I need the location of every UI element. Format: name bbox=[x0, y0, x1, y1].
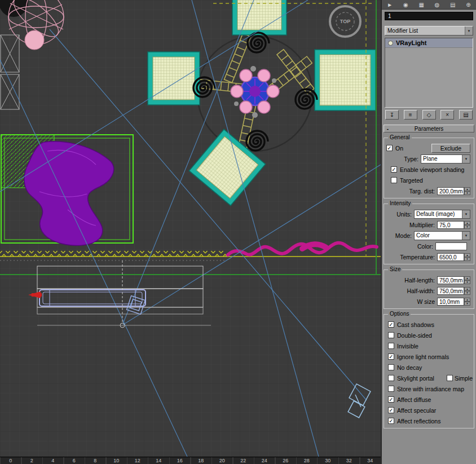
panel-tab-icon[interactable]: ◉ bbox=[403, 2, 408, 8]
spinner-down-icon[interactable]: ▼ bbox=[464, 257, 470, 261]
w-size-input[interactable]: 10,0mm bbox=[437, 298, 464, 306]
viewport-scene[interactable]: TOP bbox=[0, 0, 381, 457]
mode-value: Color bbox=[415, 232, 462, 240]
half-width-spinner[interactable]: ▲▼ bbox=[464, 287, 470, 295]
chair-left[interactable] bbox=[148, 52, 200, 105]
chevron-down-icon[interactable]: ▼ bbox=[462, 210, 470, 218]
no-decay-label: No decay bbox=[397, 364, 422, 371]
object-name-value: 1 bbox=[388, 13, 391, 19]
mode-dropdown[interactable]: Color ▼ bbox=[414, 231, 470, 240]
spinner-down-icon[interactable]: ▼ bbox=[464, 280, 470, 284]
w-size-spinner[interactable]: ▲▼ bbox=[464, 298, 470, 306]
units-value: Default (image) bbox=[415, 210, 462, 218]
timeline-tick: 2 bbox=[21, 457, 43, 464]
half-width-input[interactable]: 750,0mm bbox=[437, 287, 464, 295]
pink-sphere[interactable] bbox=[25, 30, 44, 50]
chevron-down-icon[interactable]: ▼ bbox=[465, 26, 473, 35]
spinner-up-icon[interactable]: ▲ bbox=[464, 221, 470, 225]
targ-dist-spinner[interactable]: ▲▼ bbox=[464, 187, 470, 195]
half-width-row: Half-width: 750,0mm ▲▼ bbox=[385, 285, 473, 296]
double-sided-row: Double-sided bbox=[385, 330, 473, 341]
affect-diffuse-checkbox[interactable]: ✓ bbox=[388, 396, 394, 403]
targ-dist-input[interactable]: 200,0mm bbox=[437, 187, 464, 195]
top-viewport[interactable]: TOP bbox=[0, 0, 381, 457]
show-end-result-icon[interactable]: ≡ bbox=[404, 110, 417, 120]
temperature-spinner[interactable]: ▲▼ bbox=[464, 253, 470, 261]
half-length-row: Half-length: 750,0mm ▲▼ bbox=[385, 275, 473, 285]
half-length-spinner[interactable]: ▲▼ bbox=[464, 276, 470, 284]
modifier-stack-item-vraylight[interactable]: VRayLight bbox=[385, 38, 473, 48]
type-dropdown[interactable]: Plane ▼ bbox=[421, 154, 470, 163]
timeline-tick: 18 bbox=[191, 457, 212, 464]
ignore-light-normals-row: ✓ Ignore light normals bbox=[385, 351, 473, 362]
enable-viewport-shading-checkbox[interactable]: ✓ bbox=[391, 166, 397, 173]
spinner-up-icon[interactable]: ▲ bbox=[464, 298, 470, 302]
pin-stack-icon[interactable]: ↧ bbox=[385, 110, 399, 120]
spinner-down-icon[interactable]: ▼ bbox=[464, 291, 470, 295]
multiplier-input[interactable]: 75,0 bbox=[437, 221, 464, 229]
modifier-stack[interactable]: VRayLight bbox=[385, 38, 473, 108]
ignore-light-normals-checkbox[interactable]: ✓ bbox=[388, 353, 394, 360]
w-size-label: W size bbox=[386, 298, 437, 305]
chevron-down-icon[interactable]: ▼ bbox=[462, 155, 470, 163]
timeline-tick: 22 bbox=[233, 457, 254, 464]
skylight-portal-checkbox[interactable] bbox=[388, 375, 394, 381]
targeted-label: Targeted bbox=[400, 177, 423, 184]
check-icon: ✓ bbox=[389, 418, 393, 424]
modifier-enable-icon[interactable] bbox=[388, 41, 393, 46]
simple-checkbox[interactable] bbox=[447, 375, 453, 381]
units-label: Units: bbox=[386, 211, 414, 218]
object-name-field[interactable]: 1 bbox=[385, 12, 473, 20]
chair-top[interactable] bbox=[232, 0, 287, 35]
units-dropdown[interactable]: Default (image) ▼ bbox=[414, 210, 470, 219]
make-unique-icon[interactable]: ◇ bbox=[422, 110, 436, 120]
chair-right[interactable] bbox=[315, 50, 376, 111]
chevron-down-icon[interactable]: ▼ bbox=[462, 232, 470, 240]
cast-shadows-label: Cast shadows bbox=[397, 321, 434, 328]
half-length-input[interactable]: 750,0mm bbox=[437, 276, 464, 284]
remove-modifier-icon[interactable]: × bbox=[440, 110, 454, 120]
timeline-ruler[interactable]: 0246810121416182022242628303234 bbox=[0, 457, 381, 464]
exclude-button[interactable]: Exclude bbox=[431, 144, 470, 153]
no-decay-checkbox[interactable] bbox=[388, 364, 394, 370]
multiplier-row: Multiplier: 75,0 ▲▼ bbox=[385, 219, 473, 230]
spinner-up-icon[interactable]: ▲ bbox=[464, 276, 470, 280]
affect-specular-checkbox[interactable]: ✓ bbox=[388, 407, 394, 413]
parameters-rollout-header[interactable]: - Parameters bbox=[384, 125, 474, 132]
configure-modifier-sets-icon[interactable]: ▤ bbox=[459, 110, 473, 120]
spinner-down-icon[interactable]: ▼ bbox=[464, 302, 470, 306]
view-label: TOP bbox=[340, 19, 350, 24]
cast-shadows-checkbox[interactable]: ✓ bbox=[388, 321, 394, 328]
store-irradiance-checkbox[interactable] bbox=[388, 386, 394, 392]
modifier-list-label: Modifier List bbox=[385, 26, 465, 35]
mode-row: Mode: Color ▼ bbox=[385, 230, 473, 241]
multiplier-spinner[interactable]: ▲▼ bbox=[464, 221, 470, 229]
timeline-tick: 28 bbox=[296, 457, 318, 464]
panel-tab-icon[interactable]: ▤ bbox=[450, 2, 455, 8]
modifier-stack-item-label: VRayLight bbox=[396, 39, 426, 46]
spinner-down-icon[interactable]: ▼ bbox=[464, 225, 470, 229]
timeline-tick: 16 bbox=[169, 457, 191, 464]
panel-tab-icon[interactable]: ◍ bbox=[435, 2, 440, 8]
options-group: Options ✓ Cast shadows Double-sided Invi… bbox=[384, 314, 474, 428]
panel-tab-icon[interactable]: ► bbox=[387, 2, 393, 8]
half-length-label: Half-length: bbox=[386, 277, 437, 284]
targeted-checkbox[interactable] bbox=[391, 177, 397, 183]
spinner-up-icon[interactable]: ▲ bbox=[464, 253, 470, 257]
collapse-icon[interactable]: - bbox=[384, 126, 391, 132]
panel-tab-icon[interactable]: ▦ bbox=[418, 2, 424, 8]
affect-reflections-checkbox[interactable]: ✓ bbox=[388, 418, 394, 424]
on-checkbox[interactable]: ✓ bbox=[386, 145, 393, 151]
panel-tab-icon[interactable]: ⊕ bbox=[466, 2, 470, 8]
spinner-up-icon[interactable]: ▲ bbox=[464, 287, 470, 291]
spinner-up-icon[interactable]: ▲ bbox=[464, 187, 470, 191]
double-sided-checkbox[interactable] bbox=[388, 332, 394, 338]
invisible-checkbox[interactable] bbox=[388, 343, 394, 349]
modifier-list-dropdown[interactable]: Modifier List ▼ bbox=[385, 26, 473, 36]
affect-diffuse-label: Affect diffuse bbox=[397, 396, 431, 403]
type-value: Plane bbox=[421, 155, 462, 163]
on-exclude-row: ✓ On Exclude bbox=[385, 143, 473, 153]
spinner-down-icon[interactable]: ▼ bbox=[464, 191, 470, 195]
temperature-input[interactable]: 6500,0 bbox=[437, 253, 464, 261]
color-swatch[interactable] bbox=[435, 242, 467, 250]
